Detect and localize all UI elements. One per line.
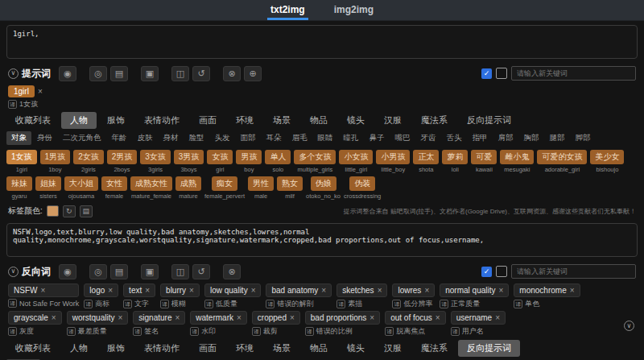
category-tab[interactable]: 汉服 xyxy=(375,340,411,357)
category-tab[interactable]: 反向提示词 xyxy=(458,112,520,129)
tag-button[interactable]: 3男孩 3boys xyxy=(174,150,204,173)
negative-chip-body[interactable]: NSFW × xyxy=(8,283,79,297)
positive-prompt-input[interactable]: 1girl, xyxy=(6,25,638,59)
sub-category-tab[interactable]: 眉毛 xyxy=(287,131,312,145)
save-icon[interactable]: ▤ xyxy=(110,66,128,81)
negative-chip-body[interactable]: bad proportions × xyxy=(305,311,380,325)
sub-category-tab[interactable]: 瞳孔 xyxy=(339,131,364,145)
remove-tag-icon[interactable]: × xyxy=(321,286,326,295)
tag-button[interactable]: 大小姐 ojousama xyxy=(64,176,98,200)
negative-chip-body[interactable]: low quality × xyxy=(204,283,262,297)
sub-category-tab[interactable]: 肩部 xyxy=(493,131,518,145)
negative-prompt-input[interactable]: NSFW,logo,text,blurry,low quality,bad an… xyxy=(6,223,638,257)
remove-tag-icon[interactable]: × xyxy=(424,286,429,295)
sub-category-tab[interactable]: 面部 xyxy=(236,131,261,145)
remove-tag-icon[interactable]: × xyxy=(498,286,503,295)
tag-button[interactable]: 熟女 milf xyxy=(277,176,303,200)
tag-button[interactable]: 痴女 female_pervert xyxy=(204,176,245,200)
history-icon[interactable]: ↺ xyxy=(192,264,210,279)
tag-button[interactable]: 女性 female xyxy=(101,176,127,200)
remove-tag-icon[interactable]: × xyxy=(436,313,440,322)
category-tab[interactable]: 收藏列表 xyxy=(6,340,60,357)
category-tab[interactable]: 反向提示词 xyxy=(458,340,520,357)
sub-category-tab[interactable]: 指甲 xyxy=(468,131,493,145)
tag-button[interactable]: 成熟女性 mature_female xyxy=(130,176,172,200)
category-tab[interactable]: 场景 xyxy=(264,112,299,129)
settings-icon[interactable]: ◉ xyxy=(59,264,76,279)
top-tab[interactable]: img2img xyxy=(331,1,377,20)
sub-category-tab[interactable]: 对象 xyxy=(6,131,31,145)
category-tab[interactable]: 画面 xyxy=(190,112,225,129)
remove-tag-icon[interactable]: × xyxy=(570,286,575,295)
sub-category-tab[interactable]: 年龄 xyxy=(107,131,132,145)
tag-button[interactable]: 雌小鬼 mesugaki xyxy=(500,150,534,173)
category-tab[interactable]: 镜头 xyxy=(338,340,374,357)
clipboard-icon[interactable]: ▤ xyxy=(80,205,93,217)
tag-button[interactable]: 萝莉 loli xyxy=(442,150,468,173)
tag-button[interactable]: 成熟 mature xyxy=(175,176,201,200)
remove-tag-icon[interactable]: × xyxy=(495,313,500,322)
tag-button[interactable]: 多个女孩 multiple_girls xyxy=(294,150,336,173)
tag-button[interactable]: 正太 shota xyxy=(413,150,439,173)
negative-chip-body[interactable]: sketches × xyxy=(336,283,387,297)
tag-button[interactable]: 美少女 bishoujo xyxy=(590,150,624,173)
new-keyword-input[interactable] xyxy=(511,66,636,81)
category-tab[interactable]: 魔法系 xyxy=(412,340,456,357)
category-tab[interactable]: 汉服 xyxy=(375,112,411,129)
category-tab[interactable]: 人物 xyxy=(61,340,97,357)
tag-button[interactable]: 单人 solo xyxy=(265,150,291,173)
category-tab[interactable]: 镜头 xyxy=(338,112,374,129)
sub-category-tab[interactable]: 身份 xyxy=(32,131,57,145)
tag-color-swatch[interactable] xyxy=(47,205,59,217)
theme-icon[interactable]: ◎ xyxy=(89,264,107,279)
sub-category-tab[interactable]: 耳朵 xyxy=(262,131,287,145)
tag-button[interactable]: 2男孩 2boys xyxy=(107,150,138,173)
sub-category-tab[interactable]: 舌头 xyxy=(442,131,467,145)
negative-chip-body[interactable]: monochrome × xyxy=(514,283,580,297)
category-tab[interactable]: 环境 xyxy=(227,340,262,357)
remove-tag-icon[interactable]: × xyxy=(369,313,374,322)
negative-chip-body[interactable]: blurry × xyxy=(160,283,200,297)
sub-category-tab[interactable]: 腿部 xyxy=(545,131,570,145)
tag-button[interactable]: 3女孩 3girls xyxy=(140,150,171,173)
tag-button[interactable]: 男性 male xyxy=(248,176,274,200)
negative-chip-body[interactable]: out of focus × xyxy=(385,311,446,325)
negative-chip-body[interactable]: username × xyxy=(451,311,506,325)
tag-button[interactable]: 姐妹 sisters xyxy=(35,176,61,200)
tag-button[interactable]: 伪娘 otoko_no_ko xyxy=(306,176,341,200)
sub-category-tab[interactable]: 牙齿 xyxy=(416,131,441,145)
delete-icon[interactable]: ⊗ xyxy=(223,66,241,81)
history-icon[interactable]: ↺ xyxy=(192,66,210,81)
collapse-chips-icon[interactable]: ∨ xyxy=(624,321,634,331)
remove-tag-icon[interactable]: × xyxy=(378,286,382,295)
delete-icon[interactable]: ⊗ xyxy=(223,264,241,279)
notebook-icon[interactable]: ▣ xyxy=(141,66,159,81)
tag-button[interactable]: 1男孩 1boy xyxy=(40,150,71,173)
tag-button[interactable]: 伪装 crossdressing xyxy=(344,176,381,200)
negative-chip-body[interactable]: bad anatomy × xyxy=(266,283,332,297)
negative-chip-body[interactable]: signature × xyxy=(133,311,185,325)
tag-button[interactable]: 可爱 kawaii xyxy=(471,150,497,173)
category-tab[interactable]: 表情动作 xyxy=(135,112,188,129)
negative-chip-body[interactable]: text × xyxy=(123,283,155,297)
remove-tag-icon[interactable]: × xyxy=(189,286,194,295)
remove-tag-icon[interactable]: × xyxy=(108,286,113,295)
category-tab[interactable]: 表情动作 xyxy=(135,340,188,357)
reset-color-icon[interactable]: ↻ xyxy=(63,205,76,217)
sub-category-tab[interactable]: 嘴巴 xyxy=(390,131,415,145)
tag-button[interactable]: 女孩 girl xyxy=(207,150,233,173)
translate-checkbox-negative[interactable]: ✓ xyxy=(481,267,492,277)
category-tab[interactable]: 人物 xyxy=(61,112,97,129)
category-tab[interactable]: 画面 xyxy=(190,340,225,357)
sub-category-tab[interactable]: 头发 xyxy=(210,131,235,145)
sub-category-tab[interactable]: 眼睛 xyxy=(313,131,338,145)
category-tab[interactable]: 收藏列表 xyxy=(6,112,60,129)
image-icon[interactable]: ◫ xyxy=(171,264,189,279)
sub-category-tab[interactable]: 皮肤 xyxy=(133,131,158,145)
remove-tag-icon[interactable]: × xyxy=(237,313,242,322)
tag-button[interactable]: 辣妹 gyaru xyxy=(6,176,32,200)
remove-tag-icon[interactable]: × xyxy=(175,313,180,322)
sub-category-tab[interactable]: 脚部 xyxy=(571,131,596,145)
negative-chip-body[interactable]: watermark × xyxy=(190,311,247,325)
remove-tag-icon[interactable]: × xyxy=(251,286,256,295)
